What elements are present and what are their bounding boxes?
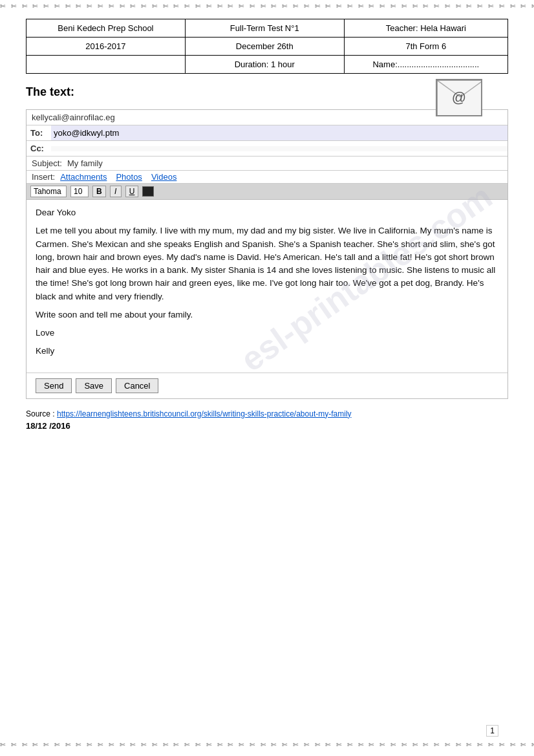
body-paragraph: Let me tell you about my family. I live … xyxy=(36,224,498,303)
page-number: 1 xyxy=(486,725,498,737)
toolbar-bold-button[interactable]: B xyxy=(92,186,106,197)
cancel-button[interactable]: Cancel xyxy=(116,378,158,393)
toolbar-color-picker[interactable] xyxy=(142,186,154,197)
insert-label: Insert: xyxy=(32,172,55,182)
duration-label: Duration: 1 hour xyxy=(185,56,344,74)
cc-label: Cc: xyxy=(27,141,51,156)
form-label: 7th Form 6 xyxy=(344,38,507,56)
email-compose: kellycali@ainrofilac.eg To: yoko@idkwyl.… xyxy=(26,109,508,399)
sign-off: Love xyxy=(36,327,498,340)
source-label: Source : xyxy=(26,409,55,418)
test-title: Full-Term Test N°1 xyxy=(185,19,344,38)
toolbar-italic-button[interactable]: I xyxy=(110,186,122,197)
toolbar-font-name[interactable]: Tahoma xyxy=(30,186,67,197)
header-table: Beni Kedech Prep School Full-Term Test N… xyxy=(26,19,508,74)
to-label: To: xyxy=(27,125,51,140)
closing-line: Write soon and tell me about your family… xyxy=(36,308,498,321)
email-action-buttons: Send Save Cancel xyxy=(27,373,507,398)
teacher-name: Teacher: Hela Hawari xyxy=(344,19,507,38)
school-name: Beni Kedech Prep School xyxy=(27,19,186,38)
email-subject-row: Subject: My family xyxy=(27,157,507,171)
to-value[interactable]: yoko@idkwyl.ptm xyxy=(51,125,507,140)
email-to-row: To: yoko@idkwyl.ptm xyxy=(27,125,507,141)
email-toolbar: Tahoma 10 B I U xyxy=(27,184,507,200)
at-symbol: @ xyxy=(452,89,466,106)
footer-date: 18/12 /2016 xyxy=(26,421,508,431)
send-button[interactable]: Send xyxy=(36,378,72,393)
signature: Kelly xyxy=(36,345,498,358)
bottom-border-decoration: ✄ ✄ ✄ ✄ ✄ ✄ ✄ ✄ ✄ ✄ ✄ ✄ ✄ ✄ ✄ ✄ ✄ ✄ ✄ ✄ … xyxy=(0,739,534,751)
greeting-line: Dear Yoko xyxy=(36,206,498,219)
form-text: 7th Form 6 xyxy=(405,41,446,51)
subject-label: Subject: xyxy=(32,158,62,168)
email-cc-row: Cc: xyxy=(27,141,507,157)
email-body: Dear Yoko Let me tell you about my famil… xyxy=(27,200,507,373)
source-line: Source : https://learnenglishteens.briti… xyxy=(26,409,508,418)
email-insert-row: Insert: Attachments Photos Videos xyxy=(27,171,507,184)
toolbar-underline-button[interactable]: U xyxy=(125,186,139,197)
empty-cell xyxy=(27,56,186,74)
videos-link[interactable]: Videos xyxy=(151,172,177,182)
email-icon-container: @ xyxy=(436,79,482,116)
photos-link[interactable]: Photos xyxy=(116,172,142,182)
save-button[interactable]: Save xyxy=(76,378,112,393)
toolbar-font-size[interactable]: 10 xyxy=(70,186,89,197)
subject-value: My family xyxy=(67,158,103,168)
attachments-link[interactable]: Attachments xyxy=(60,172,107,182)
cc-value[interactable] xyxy=(51,146,507,151)
top-border-decoration: ✄ ✄ ✄ ✄ ✄ ✄ ✄ ✄ ✄ ✄ ✄ ✄ ✄ ✄ ✄ ✄ ✄ ✄ ✄ ✄ … xyxy=(0,0,534,12)
source-url[interactable]: https://learnenglishteens.britishcouncil… xyxy=(57,409,352,418)
test-date: December 26th xyxy=(185,38,344,56)
name-label: Name:................................... xyxy=(344,56,507,74)
date-text: December 26th xyxy=(236,41,294,51)
school-year: 2016-2017 xyxy=(27,38,186,56)
